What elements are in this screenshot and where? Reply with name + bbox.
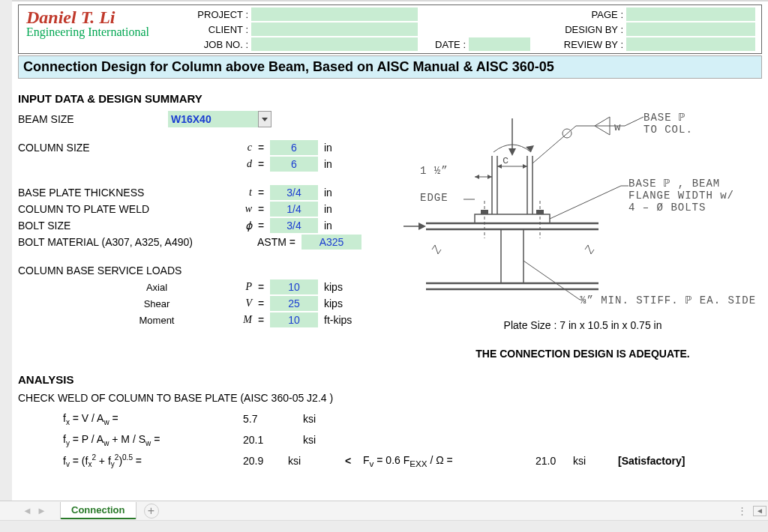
formula-fy: fy = P / Aw + M / Sw =	[18, 433, 243, 447]
svg-marker-19	[418, 223, 426, 230]
input-d[interactable]: 6	[270, 157, 318, 172]
adequate-result: THE CONNECTION DESIGN IS ADEQUATE.	[404, 348, 762, 360]
svg-marker-16	[508, 148, 516, 156]
label-bolt-material: BOLT MATERIAL (A307, A325, A490)	[18, 236, 243, 248]
unit-Fv: ksi	[573, 455, 618, 467]
input-bolt-material[interactable]: A325	[302, 235, 362, 250]
label-axial: Axial	[123, 282, 190, 293]
value-fv: 20.9	[243, 455, 288, 467]
compare-symbol: <	[333, 455, 363, 467]
plate-size-result: Plate Size : 7 in x 10.5 in x 0.75 in	[404, 319, 762, 331]
doc-header: Daniel T. Li Engineering International P…	[18, 4, 762, 54]
label-jobno: JOB NO. :	[176, 39, 251, 50]
field-client[interactable]	[251, 22, 418, 36]
formula-fv: fv = (fx2 + fy2)0.5 =	[18, 453, 243, 468]
label-plate-thickness: BASE PLATE THICKNESS	[18, 187, 228, 199]
section-input-title: INPUT DATA & DESIGN SUMMARY	[18, 92, 762, 105]
diag-text-c: c	[502, 154, 509, 166]
logo: Daniel T. Li Engineering International	[19, 5, 176, 53]
unit-M: ft-kips	[318, 314, 352, 326]
label-shear: Shear	[123, 298, 190, 309]
unit-fy: ksi	[303, 434, 348, 446]
tab-next-icon[interactable]: ►	[37, 505, 46, 516]
svg-marker-32	[497, 164, 502, 169]
label-bolt-size: BOLT SIZE	[18, 220, 228, 232]
diag-text-edge: EDGE	[420, 192, 448, 204]
beam-size-value: W16X40	[168, 111, 258, 127]
tab-prev-icon[interactable]: ◄	[22, 505, 32, 516]
input-w[interactable]: 1/4	[270, 202, 318, 217]
diag-text-w: w	[614, 121, 621, 133]
status-satisfactory: [Satisfactory]	[618, 455, 685, 467]
tab-options-icon[interactable]: ⋮	[737, 505, 748, 516]
label-beam-size: BEAM SIZE	[18, 113, 168, 125]
svg-line-25	[550, 186, 621, 219]
sheet-tabs-bar: ◄ ► Connection + ⋮ ◄	[0, 501, 768, 520]
check-weld-title: CHECK WELD OF COLUMN TO BASE PLATE (AISC…	[18, 392, 762, 404]
input-c[interactable]: 6	[270, 140, 318, 155]
beam-size-dropdown[interactable]: W16X40	[168, 111, 258, 127]
formula-Fv: Fv = 0.6 FEXX / Ω =	[363, 454, 536, 468]
doc-title: Connection Design for Column above Beam,…	[18, 55, 762, 79]
chevron-down-icon[interactable]	[258, 111, 272, 127]
workbook: Daniel T. Li Engineering International P…	[0, 0, 768, 532]
field-project[interactable]	[251, 7, 418, 21]
diagram-column: BASE ℙ TO COL. w 1 ½” c EDGE BASE ℙ , BE…	[404, 111, 762, 360]
sheet-area: Daniel T. Li Engineering International P…	[0, 0, 768, 501]
label-project: PROJECT :	[176, 9, 251, 20]
label-weld: COLUMN TO PLATE WELD	[18, 203, 228, 215]
svg-line-20	[532, 126, 576, 163]
diag-text-stiff: ⅜” MIN. STIFF. ℙ EA. SIDE	[580, 294, 756, 306]
svg-rect-6	[475, 214, 550, 223]
field-jobno[interactable]	[251, 37, 418, 51]
sym-w: w	[228, 203, 252, 215]
sym-c: c	[228, 142, 252, 154]
unit-phi: in	[318, 220, 332, 232]
scroll-left-icon[interactable]: ◄	[753, 506, 766, 516]
field-reviewby[interactable]	[626, 37, 755, 51]
svg-marker-33	[523, 164, 527, 169]
svg-line-34	[524, 261, 580, 300]
logo-name: Daniel T. Li	[26, 8, 169, 27]
formula-fx: fx = V / Aw =	[18, 412, 243, 426]
label-client: CLIENT :	[176, 24, 251, 35]
sym-d: d	[228, 158, 252, 170]
unit-c: in	[318, 142, 332, 154]
input-phi[interactable]: 3/4	[270, 218, 318, 233]
field-page[interactable]	[626, 7, 755, 21]
input-M[interactable]: 10	[270, 312, 318, 327]
label-service-loads: COLUMN BASE SERVICE LOADS	[18, 265, 243, 276]
label-date: DATE :	[424, 39, 469, 50]
unit-fx: ksi	[303, 413, 348, 425]
sym-M: M	[228, 314, 252, 326]
input-V[interactable]: 25	[270, 296, 318, 311]
input-P[interactable]: 10	[270, 279, 318, 294]
label-astm: ASTM =	[243, 236, 296, 248]
tabs-nav[interactable]: ◄ ►	[22, 505, 60, 516]
sym-V: V	[228, 297, 252, 309]
svg-line-24	[625, 117, 644, 126]
label-moment: Moment	[123, 315, 190, 326]
sym-P: P	[228, 281, 252, 293]
tab-connection[interactable]: Connection	[60, 502, 136, 519]
horizontal-scrollbar[interactable]	[0, 520, 768, 532]
unit-P: kips	[318, 281, 343, 293]
field-date[interactable]	[469, 37, 530, 51]
value-fx: 5.7	[243, 413, 303, 425]
meta-right: PAGE : DESIGN BY : REVIEW BY :	[536, 5, 761, 53]
unit-t: in	[318, 187, 332, 199]
unit-V: kips	[318, 297, 343, 309]
field-designby[interactable]	[626, 22, 755, 36]
add-sheet-button[interactable]: +	[144, 504, 159, 519]
label-reviewby: REVIEW BY :	[536, 39, 626, 50]
svg-marker-29	[475, 175, 479, 179]
label-page: PAGE :	[536, 9, 626, 20]
label-designby: DESIGN BY :	[536, 24, 626, 35]
input-column: BEAM SIZE W16X40 COLUMN SIZE c = 6 in	[18, 111, 400, 360]
svg-rect-13	[481, 210, 488, 214]
input-t[interactable]: 3/4	[270, 185, 318, 200]
logo-subtitle: Engineering International	[26, 25, 169, 39]
sym-t: t	[228, 187, 252, 199]
diag-text-onehalf: 1 ½”	[420, 165, 448, 177]
value-Fv: 21.0	[536, 455, 573, 467]
